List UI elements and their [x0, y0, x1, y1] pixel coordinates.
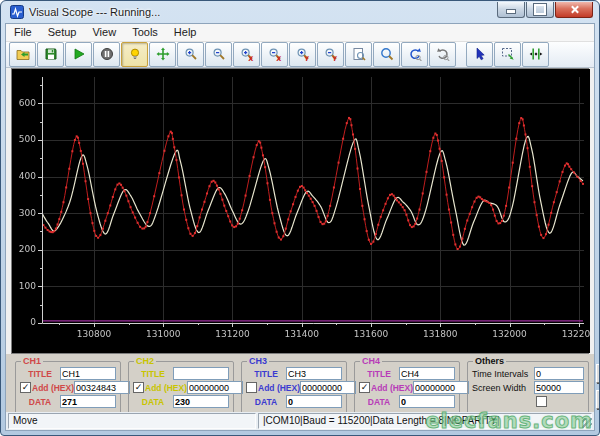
others-option-checkbox[interactable]: [536, 396, 547, 407]
svg-text:Y: Y: [303, 55, 309, 62]
app-window: Visual Scope --- Running... FileSetupVie…: [0, 0, 600, 436]
close-icon: [570, 5, 579, 14]
title-bar[interactable]: Visual Scope --- Running...: [5, 1, 595, 23]
cursor-icon: [473, 47, 487, 61]
addr-hex-label: Add (HEX): [371, 383, 413, 393]
menu-item-file[interactable]: File: [6, 24, 40, 40]
ch1-addr-input[interactable]: [74, 381, 130, 394]
zoom-y-out-button[interactable]: Y: [317, 42, 344, 67]
close-button[interactable]: [555, 2, 593, 18]
menu-item-view[interactable]: View: [84, 24, 124, 40]
channel-group-ch3: CH3TITLEAdd (HEX)DATA: [241, 361, 347, 414]
maximize-button[interactable]: [526, 2, 554, 18]
data-label: DATA: [133, 397, 173, 407]
save-file-icon: [44, 47, 58, 61]
ch4-title-input[interactable]: [399, 367, 455, 380]
zoom-y-in-button[interactable]: Y: [289, 42, 316, 67]
menu-item-setup[interactable]: Setup: [40, 24, 85, 40]
zoom-x-out-button[interactable]: X: [261, 42, 288, 67]
channel-group-label: CH4: [360, 356, 382, 366]
cursor-button[interactable]: [466, 42, 493, 67]
ch2-data-input[interactable]: [173, 395, 229, 408]
ch4-data-input[interactable]: [399, 395, 455, 408]
zoom-out-icon: [212, 47, 226, 61]
svg-text:X: X: [248, 55, 253, 62]
ch3-data-input[interactable]: [286, 395, 342, 408]
ch3-title-input[interactable]: [286, 367, 342, 380]
resize-grip[interactable]: [582, 418, 592, 428]
ch2-addr-input[interactable]: [187, 381, 243, 394]
channel-group-ch1: CH1TITLE✓Add (HEX)DATA: [15, 361, 121, 414]
addr-hex-label: Add (HEX): [145, 383, 187, 393]
pause-icon: [100, 47, 114, 61]
ch3-enable-checkbox[interactable]: [246, 382, 257, 393]
run-button-1[interactable]: RUN: [596, 364, 600, 383]
ch4-enable-checkbox[interactable]: ✓: [359, 382, 370, 393]
save-file-button[interactable]: [37, 42, 64, 67]
backlight-icon: [128, 47, 142, 61]
zoom-x-in-button[interactable]: X: [233, 42, 260, 67]
status-connection: |COM10|Baud = 115200|Data Length = 8|NOP…: [258, 413, 592, 430]
run-button-2[interactable]: RUN: [596, 390, 600, 409]
zoom-x-out-icon: X: [268, 47, 282, 61]
channel-group-ch2: CH2TITLE✓Add (HEX)DATA: [128, 361, 234, 414]
zoom-window-button[interactable]: [373, 42, 400, 67]
minimize-icon: [506, 9, 516, 14]
channel-group-ch4: CH4TITLE✓Add (HEX)DATA: [354, 361, 460, 414]
others-group-label: Others: [473, 356, 506, 366]
svg-text:Y: Y: [331, 55, 337, 62]
zoom-in-button[interactable]: [177, 42, 204, 67]
pause-button[interactable]: [93, 42, 120, 67]
addr-hex-label: Add (HEX): [32, 383, 74, 393]
maximize-icon: [534, 4, 546, 15]
menu-item-help[interactable]: Help: [166, 24, 205, 40]
screen-width-input[interactable]: [534, 381, 584, 394]
toolbar: XXYY: [6, 42, 594, 68]
title-label: TITLE: [20, 369, 60, 379]
status-bar: Move |COM10|Baud = 115200|Data Length = …: [6, 412, 594, 431]
zoom-in-icon: [184, 47, 198, 61]
ch4-addr-input[interactable]: [413, 381, 469, 394]
scope-canvas[interactable]: [12, 69, 590, 353]
zoom-x-in-icon: X: [240, 47, 254, 61]
start-icon: [72, 47, 86, 61]
time-intervals-input[interactable]: [534, 367, 584, 380]
ch1-title-input[interactable]: [60, 367, 116, 380]
channel-group-label: CH3: [247, 356, 269, 366]
zoom-y-out-icon: Y: [324, 47, 338, 61]
screen-width-label: Screen Width: [472, 383, 534, 393]
pan-button[interactable]: [149, 42, 176, 67]
open-file-button[interactable]: [9, 42, 36, 67]
start-button[interactable]: [65, 42, 92, 67]
status-mode: Move: [8, 413, 256, 430]
backlight-button[interactable]: [121, 42, 148, 67]
select-region-button[interactable]: [494, 42, 521, 67]
zoom-out-button[interactable]: [205, 42, 232, 67]
time-intervals-label: Time Intervals: [472, 369, 534, 379]
measure-cursors-button[interactable]: [522, 42, 549, 67]
data-label: DATA: [20, 397, 60, 407]
pan-icon: [156, 47, 170, 61]
menu-item-tools[interactable]: Tools: [124, 24, 166, 40]
zoom-undo-button[interactable]: [401, 42, 428, 67]
zoom-fit-icon: [352, 47, 366, 61]
zoom-fit-button[interactable]: [345, 42, 372, 67]
ch3-addr-input[interactable]: [300, 381, 356, 394]
title-label: TITLE: [246, 369, 286, 379]
ch2-enable-checkbox[interactable]: ✓: [133, 382, 144, 393]
data-label: DATA: [246, 397, 286, 407]
ch1-enable-checkbox[interactable]: ✓: [20, 382, 31, 393]
window-title: Visual Scope --- Running...: [29, 6, 160, 18]
zoom-redo-button[interactable]: [429, 42, 456, 67]
run-button-column: RUNRUN: [596, 361, 600, 409]
others-group: OthersTime IntervalsScreen Width: [467, 361, 589, 414]
ch2-title-input[interactable]: [173, 367, 229, 380]
title-label: TITLE: [133, 369, 173, 379]
app-icon: [10, 5, 24, 19]
open-file-icon: [16, 47, 30, 61]
scope-display: [11, 68, 589, 354]
ch1-data-input[interactable]: [60, 395, 116, 408]
minimize-button[interactable]: [497, 2, 525, 18]
title-label: TITLE: [359, 369, 399, 379]
data-label: DATA: [359, 397, 399, 407]
